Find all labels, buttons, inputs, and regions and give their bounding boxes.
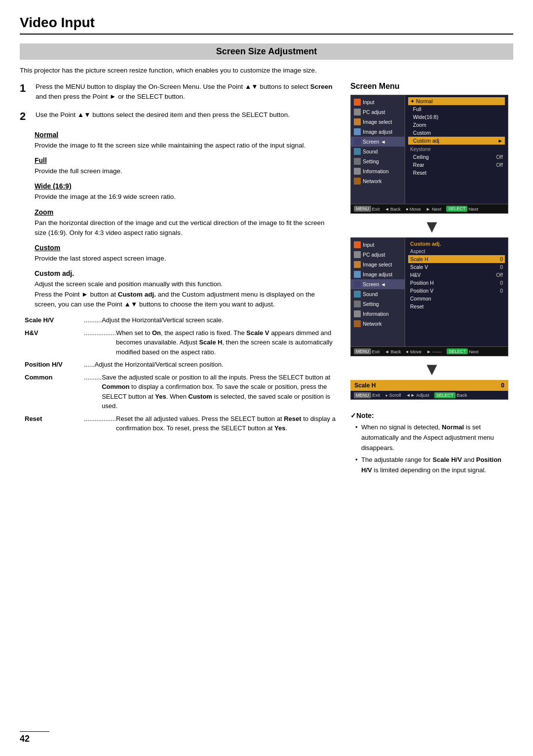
menu-right-wide: Wide(16:8) bbox=[408, 113, 505, 121]
menu-item-sound: Sound bbox=[351, 147, 405, 156]
sound-icon bbox=[354, 148, 361, 155]
menu-2-footer: MENU Exit ◄ Back ● Move ► ------ SELECT … bbox=[351, 346, 508, 356]
menu-item-setting: Setting bbox=[351, 156, 405, 166]
menu2-hv: H&VOff bbox=[408, 271, 505, 279]
section-header: Screen Size Adjustment bbox=[20, 43, 513, 60]
scale-h-display: Scale H 0 bbox=[350, 380, 508, 391]
menu-right-zoom: Zoom bbox=[408, 121, 505, 129]
menu-item-pc: PC adjust bbox=[351, 107, 405, 117]
subsection-normal: Normal Provide the image to fit the scre… bbox=[20, 131, 336, 151]
def-term-position-hv: Position H/V bbox=[25, 360, 84, 370]
custom-title: Custom bbox=[20, 244, 336, 252]
menu2-position-h: Position H0 bbox=[408, 279, 505, 287]
menu-key-2: MENU bbox=[354, 348, 371, 354]
def-term-hv: H&V bbox=[25, 328, 84, 357]
scale-h-footer: MENU Exit ⬧ Scroll ◄► Adjust SELECT Back bbox=[350, 391, 508, 400]
page-number: 42 bbox=[20, 731, 49, 744]
menu-key-exit: MENU bbox=[354, 206, 371, 212]
menu-box-1: Input PC adjust Image select Image adjus… bbox=[350, 95, 508, 214]
menu-right-keystone-head: Keystone bbox=[408, 145, 505, 153]
select-key-3: SELECT bbox=[434, 392, 456, 398]
menu2-common: Common bbox=[408, 295, 505, 302]
definition-list: Scale H/V .......... Adjust the Horizont… bbox=[20, 315, 336, 433]
def-common: Common .......... Save the adjusted scal… bbox=[25, 373, 336, 411]
scale-h-label: Scale H bbox=[354, 382, 376, 389]
subsection-full: Full Provide the full screen image. bbox=[20, 156, 336, 176]
note-item-2: The adjustable range for Scale H/V and P… bbox=[355, 455, 513, 476]
wide-title: Wide (16:9) bbox=[20, 182, 336, 190]
menu2-sound: Sound bbox=[351, 289, 405, 299]
menu-item-screen: Screen ◄ bbox=[351, 137, 405, 147]
menu-1-footer: MENU Exit ◄ Back ● Move ► Next SELECT Ne… bbox=[351, 204, 508, 213]
def-reset: Reset .................. Reset the all a… bbox=[25, 414, 336, 433]
normal-title: Normal bbox=[20, 131, 336, 139]
step-1: 1 Press the MENU button to display the O… bbox=[20, 82, 336, 102]
menu-item-image-select: Image select bbox=[351, 117, 405, 127]
menu-right-full: Full bbox=[408, 105, 505, 113]
screen-icon-2 bbox=[354, 281, 361, 288]
step-2: 2 Use the Point ▲▼ buttons select the de… bbox=[20, 110, 336, 123]
network-icon-2 bbox=[354, 320, 361, 327]
menu-right-rear: RearOff bbox=[408, 161, 505, 169]
input-icon-2 bbox=[354, 241, 361, 248]
def-desc-reset: Reset the all adjusted values. Press the… bbox=[116, 414, 336, 433]
menu2-setting: Setting bbox=[351, 299, 405, 309]
custom-adj-title: Custom adj. bbox=[20, 269, 336, 277]
menu-2-right: Custom adj. Aspect Scale H0 Scale V0 H&V… bbox=[405, 238, 508, 346]
menu2-scale-h: Scale H0 bbox=[408, 255, 505, 263]
setting-icon bbox=[354, 158, 361, 165]
menu-item-info: Information bbox=[351, 166, 405, 176]
sound-icon-2 bbox=[354, 291, 361, 298]
menu-right-normal: ✦ Normal bbox=[408, 97, 505, 105]
pc-icon-2 bbox=[354, 251, 361, 258]
step-2-text: Use the Point ▲▼ buttons select the desi… bbox=[36, 110, 290, 123]
subsection-custom: Custom Provide the last stored aspect sc… bbox=[20, 244, 336, 264]
menu2-image-select: Image select bbox=[351, 260, 405, 269]
custom-adj-header: Custom adj. bbox=[408, 240, 505, 248]
menu2-position-v: Position V0 bbox=[408, 287, 505, 295]
select-key-1: SELECT bbox=[446, 206, 467, 212]
menu2-screen: Screen ◄ bbox=[351, 279, 405, 289]
input-icon bbox=[354, 99, 361, 106]
def-desc-position-hv: Adjust the Horizontal/Vertical screen po… bbox=[95, 360, 336, 370]
def-term-reset: Reset bbox=[25, 414, 84, 433]
menu2-image-adjust: Image adjust bbox=[351, 269, 405, 279]
note-section: ✓Note: When no signal is detected, Norma… bbox=[350, 412, 513, 476]
menu-right-ceiling: CeilingOff bbox=[408, 153, 505, 161]
menu2-info: Information bbox=[351, 309, 405, 319]
def-scale-hv: Scale H/V .......... Adjust the Horizont… bbox=[25, 315, 336, 325]
arrow-down-1: ▼ bbox=[350, 218, 513, 235]
zoom-body: Pan the horizontal direction of the imag… bbox=[20, 218, 336, 238]
info-icon bbox=[354, 168, 361, 175]
menu-item-image-adjust: Image adjust bbox=[351, 127, 405, 137]
scale-h-value: 0 bbox=[501, 382, 504, 389]
setting-icon-2 bbox=[354, 301, 361, 307]
image-adjust-icon bbox=[354, 128, 361, 135]
subsection-wide: Wide (16:9) Provide the image at the 16:… bbox=[20, 182, 336, 202]
info-icon-2 bbox=[354, 310, 361, 317]
def-term-common: Common bbox=[25, 373, 84, 411]
aspect-header: Aspect bbox=[408, 248, 505, 255]
step-1-number: 1 bbox=[20, 82, 31, 102]
full-title: Full bbox=[20, 156, 336, 164]
menu-key-3: MENU bbox=[354, 392, 371, 398]
def-hv: H&V .................. When set to On, t… bbox=[25, 328, 336, 357]
menu-right-reset: Reset bbox=[408, 169, 505, 177]
select-key-2: SELECT bbox=[447, 348, 468, 354]
def-position-hv: Position H/V ...... Adjust the Horizonta… bbox=[25, 360, 336, 370]
subsection-zoom: Zoom Pan the horizontal direction of the… bbox=[20, 208, 336, 238]
menu2-reset: Reset bbox=[408, 302, 505, 310]
screen-menu-title: Screen Menu bbox=[350, 82, 513, 91]
custom-adj-body: Adjust the screen scale and position man… bbox=[20, 279, 336, 309]
full-body: Provide the full screen image. bbox=[20, 166, 336, 176]
menu2-pc: PC adjust bbox=[351, 250, 405, 260]
note-item-1: When no signal is detected, Normal is se… bbox=[355, 422, 513, 453]
note-body: When no signal is detected, Normal is se… bbox=[350, 422, 513, 476]
custom-body: Provide the last stored aspect screen im… bbox=[20, 254, 336, 264]
menu2-network: Network bbox=[351, 319, 405, 329]
def-desc-common: Save the adjusted scale or position to a… bbox=[102, 373, 336, 411]
step-1-text: Press the MENU button to display the On-… bbox=[36, 82, 336, 102]
left-column: 1 Press the MENU button to display the O… bbox=[20, 82, 336, 436]
menu2-input: Input bbox=[351, 240, 405, 250]
wide-body: Provide the image at the 16:9 wide scree… bbox=[20, 192, 336, 202]
